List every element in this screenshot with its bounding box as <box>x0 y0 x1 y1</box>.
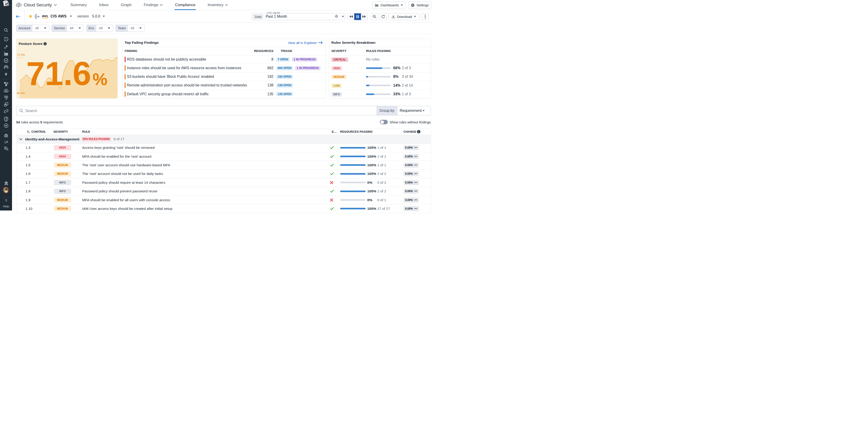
svg-text:aws: aws <box>42 14 48 18</box>
svg-text:CIS: CIS <box>36 16 39 18</box>
